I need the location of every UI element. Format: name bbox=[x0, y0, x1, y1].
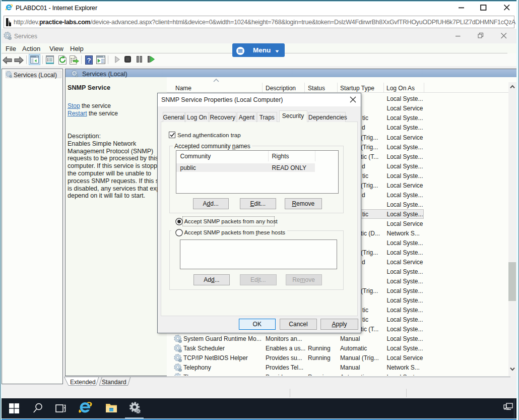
svg-text:?: ? bbox=[87, 56, 91, 64]
